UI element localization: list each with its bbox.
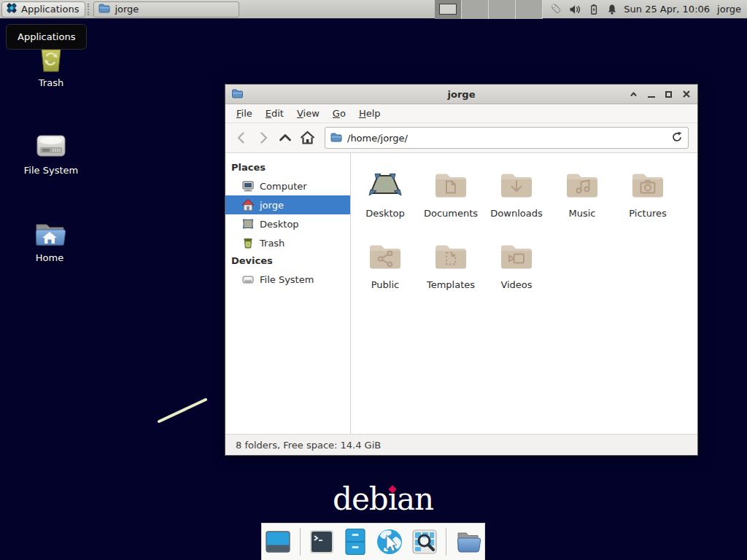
show-desktop-button[interactable] <box>264 528 292 556</box>
sidebar-item-jorge[interactable]: jorge <box>225 195 350 214</box>
debian-logo: debıan <box>333 481 433 517</box>
back-button[interactable] <box>231 128 252 148</box>
debian-logo-text: an <box>397 481 433 517</box>
workspace-1[interactable] <box>435 0 462 19</box>
documents-folder-icon <box>433 166 468 204</box>
titlebar[interactable]: jorge <box>225 85 697 104</box>
maximize-button[interactable] <box>663 89 674 100</box>
clipman-mouse-icon[interactable] <box>550 3 562 15</box>
dock-folder-icon <box>454 529 482 554</box>
top-panel: Applications jorge <box>0 0 747 19</box>
menu-view[interactable]: View <box>290 106 326 121</box>
notification-bell-icon[interactable] <box>606 4 618 15</box>
sidebar-item-filesystem[interactable]: File System <box>225 270 350 289</box>
dock-separator <box>300 528 301 556</box>
public-folder-icon <box>368 238 403 276</box>
file-cabinet-icon <box>343 528 368 556</box>
desktop-icon-label: Home <box>15 252 85 263</box>
drive-icon <box>241 273 255 286</box>
file-item-label: Music <box>569 208 596 219</box>
sidebar-item-trash[interactable]: Trash <box>225 233 350 252</box>
statusbar: 8 folders, Free space: 14.4 GiB <box>225 434 697 455</box>
file-item-desktop[interactable]: Desktop <box>352 163 418 235</box>
status-text: 8 folders, Free space: 14.4 GiB <box>236 440 381 451</box>
app-finder-launcher[interactable] <box>411 529 438 555</box>
sidebar-label: File System <box>260 274 314 285</box>
debian-logo-text: deb <box>333 481 388 517</box>
toolbar: /home/jorge/ <box>225 123 697 153</box>
workspace-3[interactable] <box>489 0 516 19</box>
desktop-special-icon <box>368 166 403 204</box>
file-item-videos[interactable]: Videos <box>484 235 549 306</box>
taskbar-window-button[interactable]: jorge <box>93 1 239 18</box>
menu-file[interactable]: File <box>230 106 259 121</box>
music-folder-icon <box>565 166 600 204</box>
file-item-pictures[interactable]: Pictures <box>615 163 681 235</box>
sidebar-label: Trash <box>260 238 285 249</box>
path-text[interactable]: /home/jorge/ <box>347 133 666 144</box>
file-manager-window: jorge File Edit View Go Help <box>225 84 698 456</box>
templates-folder-icon <box>433 238 468 276</box>
file-item-label: Desktop <box>365 208 405 219</box>
workspace-4[interactable] <box>516 0 543 19</box>
menu-go[interactable]: Go <box>326 106 352 121</box>
desktop-icon-home[interactable]: Home <box>15 216 85 263</box>
computer-icon <box>241 179 255 192</box>
close-button[interactable] <box>681 89 692 100</box>
sidebar-label: Desktop <box>260 219 299 230</box>
system-tray <box>550 3 618 15</box>
trash-icon <box>241 236 255 249</box>
applications-icon <box>6 2 18 16</box>
file-item-label: Downloads <box>490 208 542 219</box>
app-finder-icon <box>411 529 438 555</box>
file-item-documents[interactable]: Documents <box>418 163 484 235</box>
sidebar: Places Computer jorge <box>225 153 351 434</box>
file-item-label: Videos <box>500 279 532 290</box>
file-item-label: Pictures <box>629 208 666 219</box>
location-bar[interactable]: /home/jorge/ <box>325 127 689 149</box>
file-item-templates[interactable]: Templates <box>418 235 484 306</box>
sidebar-header-places: Places <box>225 159 350 176</box>
file-item-public[interactable]: Public <box>352 235 418 306</box>
sidebar-label: jorge <box>260 200 284 211</box>
home-folder-icon <box>15 216 85 249</box>
file-view[interactable]: Desktop Documents <box>351 153 697 434</box>
desktop-stray-line <box>153 394 213 427</box>
globe-browser-icon <box>376 528 403 556</box>
show-desktop-icon <box>264 528 292 556</box>
sidebar-item-computer[interactable]: Computer <box>225 176 350 195</box>
menu-edit[interactable]: Edit <box>259 106 290 121</box>
applications-label: Applications <box>21 4 79 15</box>
shade-button[interactable] <box>628 89 639 100</box>
forward-button[interactable] <box>253 128 274 148</box>
panel-clock[interactable]: Sun 25 Apr, 10:06 <box>624 4 710 15</box>
reload-icon[interactable] <box>671 131 683 145</box>
dock <box>261 523 485 560</box>
home-button[interactable] <box>297 128 317 148</box>
web-browser-launcher[interactable] <box>376 528 403 556</box>
file-item-music[interactable]: Music <box>549 163 615 235</box>
minimize-button[interactable] <box>646 89 657 100</box>
sidebar-header-devices: Devices <box>225 252 350 270</box>
applications-menu-button[interactable]: Applications <box>1 1 85 18</box>
taskbar-window-label: jorge <box>115 4 139 15</box>
workspace-2[interactable] <box>462 0 489 19</box>
terminal-launcher[interactable] <box>309 529 335 555</box>
folder-launcher[interactable] <box>454 529 482 554</box>
up-button[interactable] <box>275 128 295 148</box>
sidebar-item-desktop[interactable]: Desktop <box>225 214 350 233</box>
dock-separator <box>446 528 446 556</box>
volume-icon[interactable] <box>569 4 581 15</box>
panel-username[interactable]: jorge <box>717 4 741 15</box>
file-manager-launcher[interactable] <box>343 528 368 556</box>
desktop-icon-filesystem[interactable]: File System <box>16 128 86 176</box>
menu-help[interactable]: Help <box>352 106 387 121</box>
battery-icon[interactable] <box>588 4 600 15</box>
file-item-downloads[interactable]: Downloads <box>484 163 549 235</box>
harddrive-icon <box>16 128 86 162</box>
path-folder-icon <box>330 131 342 145</box>
home-icon <box>241 198 255 211</box>
desktop-icon <box>241 217 255 230</box>
downloads-folder-icon <box>499 166 534 204</box>
taskbar-folder-icon <box>98 2 110 16</box>
